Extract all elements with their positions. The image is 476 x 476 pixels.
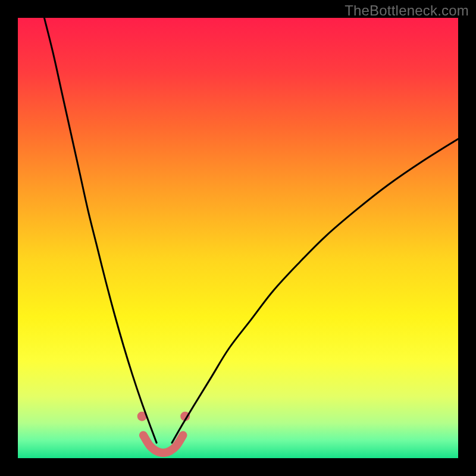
plot-area (18, 18, 458, 458)
curve-layer (18, 18, 458, 458)
curve-left-branch (44, 18, 156, 443)
curve-right-branch (172, 139, 458, 443)
watermark-text: TheBottleneck.com (345, 2, 469, 19)
trough-highlight (143, 436, 183, 453)
chart-frame: TheBottleneck.com (0, 0, 476, 476)
